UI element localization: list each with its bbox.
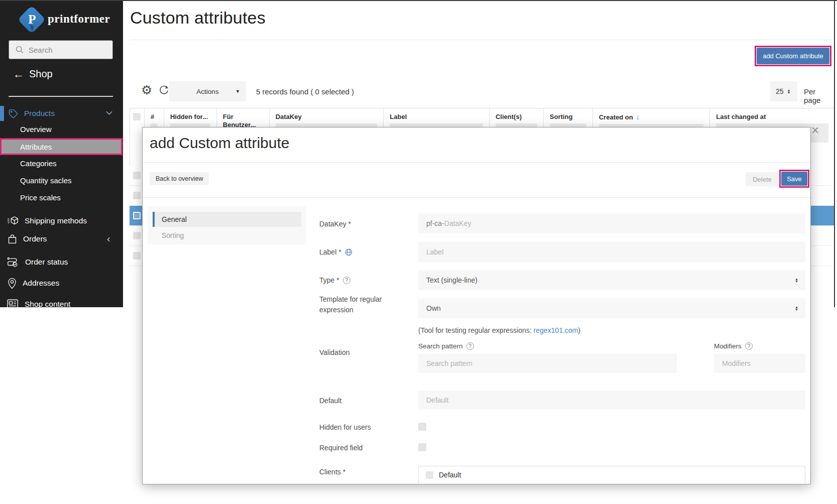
type-select[interactable]: Text (single-line) ▲▼	[418, 270, 805, 290]
sidebar-item-attributes[interactable]: Attributes	[0, 138, 123, 155]
clients-label: Clients *	[319, 468, 345, 476]
search-input[interactable]	[29, 46, 109, 54]
refresh-icon[interactable]	[159, 85, 169, 96]
shopping-bag-icon	[7, 233, 18, 245]
select-arrows-icon: ▲▼	[787, 89, 791, 94]
row-checkbox[interactable]	[133, 172, 141, 179]
sidebar-item-categories[interactable]: Categories	[20, 159, 57, 168]
modifiers-input[interactable]	[714, 354, 805, 373]
default-input[interactable]	[418, 391, 805, 410]
select-arrows-icon: ▲▼	[795, 306, 798, 311]
datakey-input[interactable]: pf-ca-DataKey	[418, 213, 805, 233]
clients-option-list: Default	[418, 466, 805, 484]
client-default-label: Default	[439, 471, 461, 479]
sidebar-item-quantity-scales[interactable]: Quantity sacles	[20, 176, 72, 185]
chevron-left-icon[interactable]: ‹	[107, 233, 110, 244]
logo-wordmark: printformer	[48, 13, 110, 26]
add-custom-attribute-button[interactable]: add Custom attribute	[757, 48, 829, 64]
add-custom-attribute-modal: add Custom attribute Back to overview De…	[142, 127, 811, 484]
content-pages-icon	[7, 299, 19, 310]
datakey-label: DataKey *	[319, 220, 351, 228]
back-to-shop[interactable]: ← Shop	[13, 68, 53, 80]
actions-dropdown[interactable]: Actions ▼	[169, 81, 246, 101]
sidebar-item-overview[interactable]: Overview	[20, 125, 52, 134]
template-select[interactable]: Own ▲▼	[418, 298, 805, 318]
regex101-link[interactable]: regex101.com	[534, 326, 578, 334]
per-page-select[interactable]: 25 ▲▼	[770, 81, 797, 101]
sidebar-item-products[interactable]: Products	[8, 107, 115, 120]
globe-icon[interactable]	[345, 248, 352, 256]
back-arrow-icon: ←	[13, 69, 24, 79]
modal-title: add Custom attribute	[150, 135, 289, 152]
sidebar-item-order-status[interactable]: Order status	[7, 254, 120, 270]
default-label: Default	[319, 397, 341, 405]
chevron-down-icon[interactable]	[106, 111, 112, 115]
annotation-highlight-add-button: add Custom attribute	[755, 46, 831, 66]
sidebar-item-addresses[interactable]: Addresses	[7, 275, 120, 291]
records-count: 5 records found ( 0 selected )	[256, 87, 354, 96]
per-page-label: Per page	[804, 87, 834, 104]
modal-nav-sorting[interactable]: Sorting	[153, 229, 301, 242]
shipping-box-icon	[7, 215, 19, 227]
help-icon[interactable]: ?	[745, 342, 753, 350]
help-icon[interactable]: ?	[343, 277, 350, 284]
sidebar-item-shop-content[interactable]: Shop content	[7, 296, 120, 312]
template-label: Template for regular expression	[319, 294, 402, 315]
regex-note: (Tool for testing regular expressions: r…	[418, 326, 580, 334]
back-to-overview-button[interactable]: Back to overview	[150, 172, 209, 185]
divider	[130, 40, 834, 40]
location-pin-icon	[7, 277, 17, 290]
window-border-right	[834, 0, 835, 307]
row-checkbox[interactable]	[133, 232, 141, 239]
close-icon[interactable]: ×	[811, 123, 819, 137]
label-label: Label *	[319, 248, 352, 256]
select-arrows-icon: ▲▼	[795, 278, 798, 283]
gear-icon[interactable]: ⚙	[141, 83, 152, 96]
page-title: Custom attributes	[130, 8, 266, 28]
window-border-top	[0, 0, 837, 1]
annotation-highlight-save-button: Save	[779, 170, 809, 188]
search-pattern-label: Search pattern ?	[418, 342, 474, 350]
active-section-bar	[0, 106, 4, 121]
search-icon	[15, 45, 24, 54]
sidebar-item-shipping-methods[interactable]: Shipping methods	[7, 213, 120, 229]
dropdown-arrow-icon: ▼	[235, 89, 240, 94]
order-status-icon	[7, 256, 20, 268]
search-pattern-input[interactable]	[418, 354, 677, 373]
row-checkbox[interactable]	[133, 252, 141, 260]
row-checkbox[interactable]	[133, 192, 141, 199]
sidebar-item-price-scales[interactable]: Price scales	[20, 193, 61, 202]
modal-nav-general[interactable]: General	[153, 212, 301, 227]
row-checkbox[interactable]	[133, 212, 141, 219]
modifiers-label: Modifiers ?	[714, 342, 753, 350]
client-default-checkbox[interactable]	[426, 471, 433, 479]
tag-icon	[8, 108, 19, 119]
required-field-label: Required field	[319, 444, 363, 452]
delete-button[interactable]: Delete	[746, 172, 779, 186]
label-input[interactable]	[418, 242, 805, 262]
modal-section-nav: General Sorting	[148, 206, 306, 244]
sidebar-divider	[9, 96, 113, 97]
hidden-for-users-checkbox[interactable]	[418, 423, 426, 431]
type-label: Type * ?	[319, 276, 350, 284]
sidebar: P printformer ← Shop Products Overview A…	[0, 0, 123, 307]
shop-label: Shop	[29, 68, 53, 80]
screen: P printformer ← Shop Products Overview A…	[0, 0, 837, 504]
sort-desc-icon: ↓	[636, 113, 640, 121]
validation-label: Validation	[319, 348, 349, 356]
select-all-checkbox[interactable]	[133, 113, 141, 120]
sidebar-search[interactable]	[9, 40, 113, 59]
products-label: Products	[24, 109, 55, 118]
printformer-logo-icon[interactable]: P	[20, 8, 44, 32]
sidebar-item-orders[interactable]: Orders	[7, 231, 120, 247]
divider	[143, 197, 810, 198]
hidden-for-users-label: Hidden for users	[319, 423, 371, 431]
required-field-checkbox[interactable]	[418, 443, 426, 451]
divider	[143, 162, 810, 163]
help-icon[interactable]: ?	[466, 342, 474, 350]
save-button[interactable]: Save	[781, 172, 807, 186]
